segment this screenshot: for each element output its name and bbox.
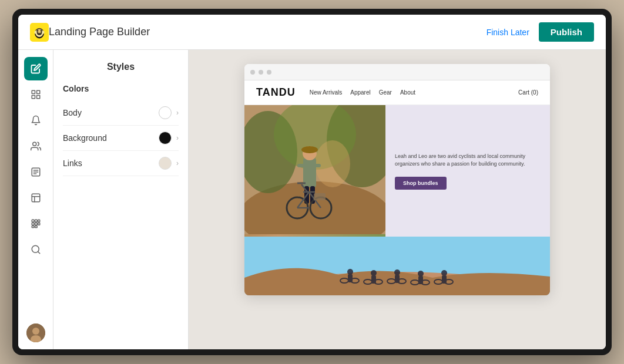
website-hero-content: Leah and Leo are two avid cyclists and l… (385, 105, 550, 237)
laptop-screen: Landing Page Builder Finish Later Publis… (18, 15, 606, 349)
svg-point-6 (40, 30, 41, 31)
finish-later-link[interactable]: Finish Later (487, 28, 529, 37)
svg-rect-9 (32, 90, 35, 93)
nav-link-apparel: Apparel (350, 89, 370, 96)
svg-point-66 (394, 269, 400, 275)
browser-dot-3 (267, 70, 271, 75)
website-content: TANDU New Arrivals Apparel Gear About Ca… (244, 80, 550, 295)
links-color-label: Links (63, 159, 159, 168)
website-bottom-image (244, 237, 550, 295)
colors-section-label: Colors (63, 84, 179, 93)
sidebar-item-notifications[interactable] (24, 109, 48, 132)
laptop-frame: Landing Page Builder Finish Later Publis… (12, 9, 612, 355)
hero-image-svg (244, 105, 385, 234)
svg-rect-11 (32, 96, 35, 99)
browser-mockup: TANDU New Arrivals Apparel Gear About Ca… (244, 64, 550, 295)
svg-rect-18 (32, 194, 40, 202)
browser-toolbar (244, 64, 550, 80)
sidebar-item-apps[interactable] (24, 212, 48, 235)
mailchimp-logo-icon (30, 23, 49, 42)
preview-area: TANDU New Arrivals Apparel Gear About Ca… (189, 50, 606, 349)
file-icon (31, 167, 41, 177)
app-header: Landing Page Builder Finish Later Publis… (18, 15, 606, 50)
apps-icon (31, 218, 41, 229)
svg-point-70 (418, 271, 424, 277)
svg-point-58 (347, 269, 353, 275)
icon-sidebar (18, 50, 53, 349)
svg-line-30 (38, 251, 39, 253)
svg-rect-41 (297, 164, 304, 167)
svg-rect-22 (35, 220, 37, 222)
avatar-icon (26, 323, 45, 342)
svg-point-39 (315, 140, 350, 187)
search-icon (31, 244, 41, 255)
website-hero-image (244, 105, 385, 237)
links-color-swatch (159, 157, 172, 170)
pencil-icon (31, 63, 41, 74)
bell-icon (31, 115, 41, 126)
website-nav-cart: Cart (0) (518, 89, 538, 96)
links-color-row[interactable]: Links › (63, 151, 179, 176)
svg-rect-26 (38, 223, 39, 225)
bottom-image-svg (244, 237, 550, 295)
website-logo: TANDU (256, 86, 296, 99)
background-color-chevron-icon: › (176, 134, 179, 142)
sidebar-item-page[interactable] (24, 160, 48, 184)
svg-rect-42 (314, 164, 321, 167)
user-avatar[interactable] (26, 323, 45, 342)
website-nav-links: New Arrivals Apparel Gear About (310, 89, 518, 96)
svg-point-8 (42, 31, 44, 34)
app-title: Landing Page Builder (49, 26, 487, 38)
body-color-row[interactable]: Body › (63, 100, 179, 126)
svg-point-74 (441, 270, 447, 276)
sidebar-item-grid[interactable] (24, 83, 48, 106)
svg-rect-10 (36, 90, 39, 93)
svg-point-7 (35, 31, 37, 34)
sidebar-item-people[interactable] (24, 134, 48, 158)
links-color-chevron-icon: › (176, 159, 179, 167)
svg-point-5 (38, 30, 39, 31)
nav-link-new-arrivals: New Arrivals (310, 89, 343, 96)
body-color-label: Body (63, 108, 159, 117)
svg-point-44 (301, 146, 318, 153)
nav-link-about: About (400, 89, 415, 96)
svg-point-32 (32, 328, 39, 335)
svg-rect-55 (314, 193, 326, 200)
sidebar-item-edit[interactable] (24, 57, 48, 80)
svg-rect-12 (36, 96, 39, 99)
svg-rect-21 (32, 220, 34, 222)
website-shop-button[interactable]: Shop bundles (395, 177, 447, 190)
styles-panel: Styles Colors Body › Background › Links (53, 50, 189, 349)
styles-panel-title: Styles (63, 62, 179, 72)
background-color-swatch (159, 132, 172, 144)
svg-point-62 (371, 270, 377, 276)
svg-point-13 (32, 142, 36, 146)
nav-link-gear: Gear (379, 89, 392, 96)
main-content: Styles Colors Body › Background › Links (18, 50, 606, 349)
sidebar-item-search[interactable] (24, 238, 48, 261)
svg-rect-28 (35, 226, 37, 228)
publish-button[interactable]: Publish (539, 22, 594, 42)
browser-dot-2 (259, 70, 263, 75)
background-color-label: Background (63, 133, 159, 143)
layout-icon (31, 193, 41, 203)
svg-rect-25 (35, 223, 37, 225)
header-actions: Finish Later Publish (487, 22, 594, 42)
svg-rect-24 (32, 223, 34, 225)
svg-rect-23 (38, 220, 39, 222)
browser-dot-1 (250, 70, 255, 75)
users-icon (31, 141, 41, 151)
svg-rect-27 (32, 226, 34, 228)
body-color-chevron-icon: › (176, 109, 179, 117)
website-hero-text: Leah and Leo are two avid cyclists and l… (395, 153, 541, 168)
sidebar-item-layout[interactable] (24, 186, 48, 210)
background-color-row[interactable]: Background › (63, 126, 179, 151)
website-hero: Leah and Leo are two avid cyclists and l… (244, 105, 550, 237)
body-color-swatch (159, 106, 172, 119)
website-nav: TANDU New Arrivals Apparel Gear About Ca… (244, 80, 550, 105)
grid-icon (31, 89, 41, 100)
